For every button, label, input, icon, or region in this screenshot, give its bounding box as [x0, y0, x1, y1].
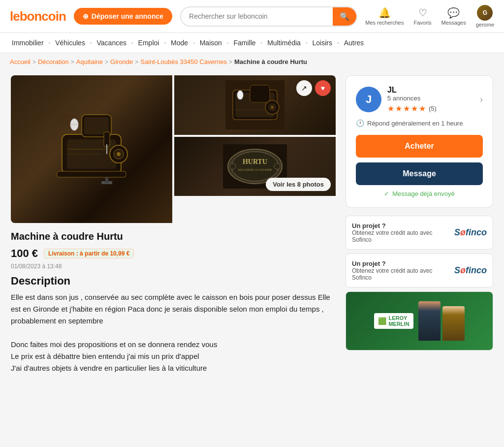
deposit-button[interactable]: ⊕ Déposer une annonce	[74, 8, 172, 25]
svg-rect-7	[70, 124, 78, 126]
seller-stars: ★ ★ ★ ★ ★ (5)	[387, 104, 474, 113]
main-image-content	[11, 75, 172, 223]
description-title: Description	[11, 275, 336, 287]
right-column: J JL 5 annonces ★ ★ ★ ★ ★ (5) ›	[346, 75, 493, 374]
notifications-action[interactable]: 🔔 Mes recherches	[365, 7, 404, 26]
breadcrumb-sep: >	[105, 59, 108, 65]
header: leboncoin ⊕ Déposer une annonce 🔍 🔔 Mes …	[0, 0, 504, 33]
heart-icon: ♡	[418, 7, 427, 19]
breadcrumb-gironde[interactable]: Gironde	[110, 58, 133, 65]
nav-item-loisirs[interactable]: Loisirs	[311, 38, 334, 48]
search-bar: 🔍	[180, 6, 357, 27]
nav-dot: ●	[337, 41, 339, 44]
nav-item-vacances[interactable]: Vacances	[95, 38, 128, 48]
main-image[interactable]	[11, 75, 172, 223]
breadcrumb-sep: >	[32, 59, 36, 65]
see-photos-button[interactable]: Voir les 8 photos	[266, 178, 331, 191]
breadcrumb-aquitaine[interactable]: Aquitaine	[76, 58, 103, 65]
nav-item-famille[interactable]: Famille	[231, 38, 257, 48]
avatar: G	[477, 5, 493, 21]
seller-avatar[interactable]: J	[356, 87, 381, 112]
svg-rect-19	[250, 85, 270, 102]
svg-point-13	[117, 152, 121, 156]
svg-point-27	[231, 152, 279, 181]
star-3: ★	[403, 104, 410, 113]
logo[interactable]: leboncoin	[10, 9, 66, 24]
nav-dot: ●	[49, 41, 51, 44]
ad-banner-leroy[interactable]: 🟩 LEROYMERLIN	[346, 291, 493, 351]
favorite-button[interactable]: ♥	[315, 80, 331, 96]
sewing-machine-svg	[52, 105, 131, 193]
nav-item-maison[interactable]: Maison	[198, 38, 224, 48]
ad-text-2: Un projet ? Obtenez votre crédit auto av…	[352, 260, 449, 281]
main-nav: Immobilier ● Véhicules ● Vacances ● Empl…	[0, 33, 504, 53]
check-icon: ✓	[384, 190, 389, 197]
share-button[interactable]: ↗	[296, 80, 312, 96]
response-time: 🕐 Répond généralement en 1 heure	[356, 119, 483, 127]
ad-card-1[interactable]: Un projet ? Obtenez votre crédit auto av…	[346, 216, 493, 250]
nav-item-autres[interactable]: Autres	[342, 38, 366, 48]
seller-arrow-icon[interactable]: ›	[480, 95, 483, 105]
svg-point-31	[274, 163, 280, 169]
nav-dot: ●	[164, 41, 166, 44]
ads-section: Un projet ? Obtenez votre crédit auto av…	[346, 216, 493, 351]
messages-icon: 💬	[447, 7, 460, 19]
ad-card-2[interactable]: Un projet ? Obtenez votre crédit auto av…	[346, 254, 493, 287]
seller-card: J JL 5 annonces ★ ★ ★ ★ ★ (5) ›	[346, 75, 493, 208]
header-actions: 🔔 Mes recherches ♡ Favoris 💬 Messages G …	[365, 5, 494, 28]
images-grid: ↗ ♥	[11, 75, 336, 223]
reviews-count: (5)	[429, 105, 437, 112]
ad-banner-content: 🟩 LEROYMERLIN	[346, 292, 493, 350]
profile-action[interactable]: G gerome	[476, 5, 494, 28]
images-section: ↗ ♥	[11, 75, 336, 223]
seller-header: J JL 5 annonces ★ ★ ★ ★ ★ (5) ›	[356, 86, 483, 113]
nav-dot: ●	[90, 41, 92, 44]
nav-item-immobilier[interactable]: Immobilier	[10, 38, 46, 48]
nav-item-emploi[interactable]: Emploi	[136, 38, 161, 48]
sofinco-logo-2: Søfinco	[454, 265, 487, 276]
search-button[interactable]: 🔍	[333, 7, 356, 26]
star-1: ★	[387, 104, 394, 113]
star-4: ★	[411, 104, 418, 113]
leroy-merlin-icon: 🟩	[378, 317, 386, 325]
buy-button[interactable]: Acheter	[356, 135, 483, 158]
product-title: Machine à coudre Hurtu	[11, 231, 336, 242]
svg-point-20	[237, 91, 243, 99]
message-button[interactable]: Message	[356, 162, 483, 185]
breadcrumb-sep: >	[135, 59, 138, 65]
nav-item-multimedia[interactable]: Multimédia	[265, 38, 303, 48]
side-image-bottom[interactable]: HURTU MACHINE A COUDRE Voir les 8 photos	[174, 137, 336, 196]
svg-rect-15	[105, 177, 108, 183]
seller-listings: 5 annonces	[387, 95, 474, 102]
price-row: 100 € Livraison : à partir de 10,99 €	[11, 247, 336, 260]
breadcrumb-sep: >	[229, 59, 232, 65]
search-input[interactable]	[181, 8, 333, 25]
nav-dot: ●	[193, 41, 195, 44]
description-section: Description Elle est dans son jus , cons…	[11, 275, 336, 374]
share-buttons: ↗ ♥	[296, 80, 331, 96]
delivery-badge: Livraison : à partir de 10,99 €	[44, 249, 134, 258]
person-1	[418, 301, 441, 341]
person-2	[442, 306, 465, 341]
message-sent-status: ✓ Message déjà envoyé	[356, 190, 483, 197]
nav-item-vehicules[interactable]: Véhicules	[53, 38, 87, 48]
product-info: Machine à coudre Hurtu 100 € Livraison :…	[11, 231, 336, 374]
sofinco-logo-1: Søfinco	[454, 227, 487, 238]
bell-icon: 🔔	[378, 7, 391, 19]
main-content: ↗ ♥	[1, 75, 503, 394]
seller-name: JL	[387, 86, 474, 95]
messages-action[interactable]: 💬 Messages	[441, 7, 466, 26]
leroy-merlin-text: LEROYMERLIN	[388, 315, 409, 327]
product-column: ↗ ♥	[11, 75, 336, 374]
favorites-action[interactable]: ♡ Favoris	[414, 7, 432, 26]
breadcrumb-city[interactable]: Saint-Loubès 33450 Cavernes	[140, 58, 227, 65]
side-image-top[interactable]: ↗ ♥	[174, 75, 336, 135]
deposit-icon: ⊕	[83, 12, 89, 20]
description-text: Elle est dans son jus , conservée au sec…	[11, 291, 336, 374]
nav-item-mode[interactable]: Mode	[169, 38, 190, 48]
breadcrumb-accueil[interactable]: Accueil	[10, 58, 31, 65]
search-icon: 🔍	[340, 12, 349, 21]
breadcrumb-decoration[interactable]: Décoration	[38, 58, 69, 65]
logo-text: leboncoin	[10, 9, 66, 24]
nav-dot: ●	[131, 41, 133, 44]
